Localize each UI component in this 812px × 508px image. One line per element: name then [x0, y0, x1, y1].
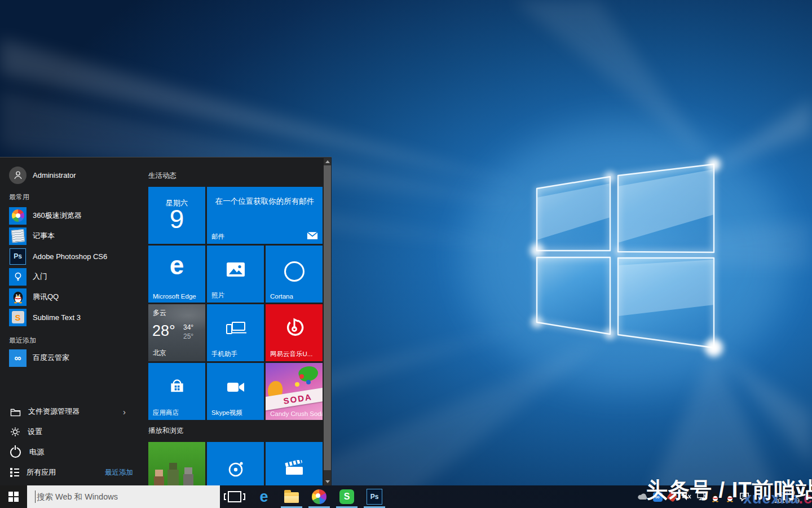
tile-netease-music[interactable]: 网易云音乐U... — [266, 304, 323, 361]
groove-music-icon — [226, 459, 246, 479]
app-item-sublime[interactable]: S Sublime Text 3 — [9, 308, 136, 327]
tile-phone-companion[interactable]: 手机助手 — [207, 304, 264, 361]
taskbar-edge-button[interactable]: e — [253, 485, 275, 508]
baidu-cloud-icon: ∞ — [9, 349, 27, 367]
tile-movies-tv[interactable] — [266, 442, 323, 486]
lightbulb-icon — [9, 268, 27, 286]
qq-penguin-icon — [9, 288, 27, 306]
phone-companion-icon — [224, 320, 247, 337]
avatar — [9, 167, 27, 184]
text-cursor — [35, 491, 36, 503]
power-icon — [10, 447, 21, 458]
tile-cortana[interactable]: Cortana — [266, 246, 323, 303]
netease-music-icon — [284, 317, 305, 338]
edge-icon: e — [170, 252, 184, 278]
windows-logo-icon — [8, 492, 19, 502]
notepad-icon — [9, 227, 27, 245]
start-button[interactable] — [0, 485, 27, 508]
taskbar-s-app-button[interactable]: S — [336, 485, 358, 508]
menu-item-all-apps[interactable]: 所有应用 最近添加 — [10, 464, 134, 481]
start-menu-scrollbar[interactable] — [324, 158, 331, 485]
app-item-baidu-cloud[interactable]: ∞ 百度云管家 — [9, 348, 136, 367]
tile-groove-music[interactable] — [207, 442, 264, 486]
app-item-notepad[interactable]: 记事本 — [9, 226, 136, 246]
windows-logo — [530, 157, 723, 357]
all-apps-icon — [10, 468, 19, 477]
start-menu-left-pane: Administrator 最常用 360极速浏览器 记事本 Ps Adobe … — [0, 157, 142, 486]
task-view-button[interactable] — [223, 485, 246, 508]
360-browser-icon — [312, 489, 326, 504]
cortana-icon — [284, 261, 304, 282]
scroll-up-arrow-icon[interactable] — [325, 160, 330, 163]
tile-minecraft[interactable] — [148, 442, 205, 486]
mail-envelope-icon — [307, 231, 318, 240]
section-recently-added: 最近添加 — [9, 336, 36, 345]
video-camera-icon — [226, 381, 245, 393]
tile-skype-video[interactable]: Skype视频 — [207, 363, 264, 420]
tile-mail[interactable]: 在一个位置获取你的所有邮件 邮件 — [207, 187, 323, 244]
folder-outline-icon — [10, 407, 21, 417]
taskbar-photoshop-button[interactable]: Ps — [363, 485, 386, 508]
search-input[interactable] — [36, 492, 207, 502]
tile-photos[interactable]: 照片 — [207, 246, 264, 303]
user-icon — [12, 169, 24, 181]
tile-weather[interactable]: 多云 28° 34° 25° 北京 — [148, 304, 205, 361]
photoshop-icon: Ps — [9, 248, 27, 265]
scroll-down-arrow-icon[interactable] — [325, 480, 330, 483]
app-item-get-started[interactable]: 入门 — [9, 267, 136, 286]
task-view-icon — [228, 491, 241, 502]
menu-item-power[interactable]: 电源 — [10, 444, 134, 461]
section-most-used: 最常用 — [9, 192, 29, 202]
edge-icon: e — [259, 489, 268, 505]
scrollbar-thumb[interactable] — [324, 165, 331, 470]
chevron-right-icon[interactable]: › — [123, 407, 126, 417]
tile-store[interactable]: 应用商店 — [148, 363, 205, 420]
app-item-qq[interactable]: 腾讯QQ — [9, 287, 136, 306]
sublime-icon: S — [9, 309, 27, 326]
tile-candy-crush-soda[interactable]: SODA Candy Crush Soda Saga — [266, 363, 323, 420]
app-item-360-browser[interactable]: 360极速浏览器 — [9, 206, 136, 225]
app-item-photoshop[interactable]: Ps Adobe Photoshop CS6 — [9, 247, 136, 266]
group-header-life: 生活动态 — [148, 171, 176, 181]
tile-edge[interactable]: e Microsoft Edge — [148, 246, 205, 303]
user-account-button[interactable]: Administrator — [9, 165, 76, 185]
group-header-play: 播放和浏览 — [148, 426, 184, 436]
clapperboard-icon — [284, 460, 304, 477]
start-menu: Administrator 最常用 360极速浏览器 记事本 Ps Adobe … — [0, 157, 332, 486]
gear-icon — [10, 427, 20, 437]
file-explorer-icon — [284, 492, 299, 503]
watermark-title: 头条号 / IT前哨站 — [646, 476, 812, 505]
taskbar-explorer-button[interactable] — [280, 485, 303, 508]
s-app-icon: S — [339, 489, 354, 504]
photos-icon — [227, 262, 245, 277]
desktop: Administrator 最常用 360极速浏览器 记事本 Ps Adobe … — [0, 0, 812, 508]
user-name: Administrator — [33, 171, 76, 179]
360-browser-icon — [9, 207, 27, 225]
taskbar-360-browser-button[interactable] — [308, 485, 330, 508]
store-bag-icon — [168, 376, 186, 395]
taskbar-search-box[interactable] — [27, 485, 220, 508]
menu-item-file-explorer[interactable]: 文件资源管理器 › — [10, 403, 134, 420]
recently-added-link[interactable]: 最近添加 — [105, 468, 133, 478]
tile-calendar[interactable]: 星期六 9 — [148, 187, 205, 244]
tile-area: 生活动态 星期六 9 在一个位置获取你的所有邮件 邮件 e Microsoft … — [148, 157, 323, 486]
menu-item-settings[interactable]: 设置 — [10, 423, 134, 440]
photoshop-icon: Ps — [367, 489, 382, 505]
